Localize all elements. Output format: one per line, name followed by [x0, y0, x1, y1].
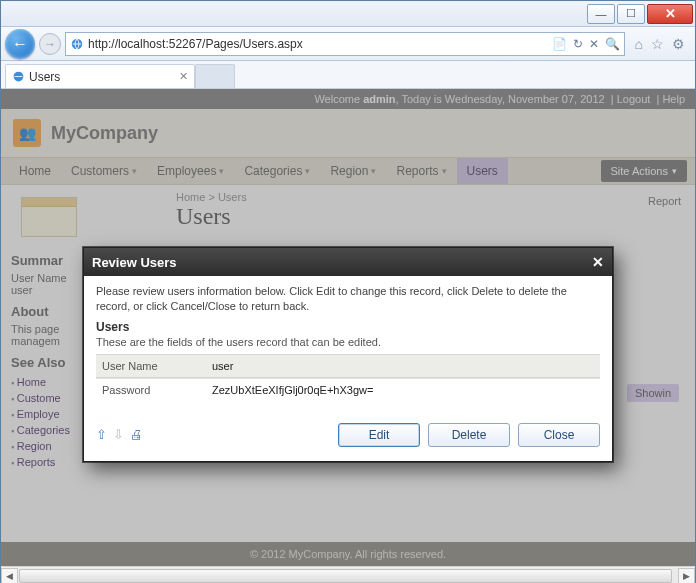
ie-icon — [70, 37, 84, 51]
print-icon[interactable]: 🖨 — [130, 427, 143, 442]
horizontal-scrollbar[interactable]: ◀ ▶ — [1, 566, 695, 583]
home-icon[interactable]: ⌂ — [635, 36, 643, 52]
modal-intro-text: Please review users information below. C… — [96, 284, 600, 314]
browser-navbar: ← → 📄 ↻ ✕ 🔍 ⌂ ☆ ⚙ — [1, 27, 695, 61]
address-bar[interactable]: 📄 ↻ ✕ 🔍 — [65, 32, 625, 56]
stop-icon[interactable]: ✕ — [589, 37, 599, 51]
tools-icon[interactable]: ⚙ — [672, 36, 685, 52]
field-row-password: Password ZezUbXtEeXIfjGlj0r0qE+hX3gw= — [96, 378, 600, 401]
field-row-username: User Name user — [96, 354, 600, 378]
close-button[interactable]: Close — [518, 423, 600, 447]
tab-title: Users — [29, 70, 60, 84]
window-titlebar: — ☐ ✕ — [1, 1, 695, 27]
compat-view-icon[interactable]: 📄 — [552, 37, 567, 51]
url-input[interactable] — [88, 37, 548, 51]
edit-button[interactable]: Edit — [338, 423, 420, 447]
modal-section-sub: These are the fields of the users record… — [96, 336, 600, 348]
window-close-button[interactable]: ✕ — [647, 4, 693, 24]
scroll-track[interactable] — [18, 568, 678, 584]
browser-window: — ☐ ✕ ← → 📄 ↻ ✕ 🔍 ⌂ ☆ ⚙ — [0, 0, 696, 583]
browser-tab[interactable]: Users ✕ — [5, 64, 195, 88]
review-users-modal: Review Users ✕ Please review users infor… — [83, 247, 613, 462]
refresh-icon[interactable]: ↻ — [573, 37, 583, 51]
field-value-username: user — [212, 360, 594, 372]
modal-section-heading: Users — [96, 320, 600, 334]
page-viewport: Welcome admin, Today is Wednesday, Novem… — [1, 89, 695, 566]
address-bar-icons: 📄 ↻ ✕ 🔍 — [552, 37, 620, 51]
scroll-thumb[interactable] — [19, 569, 672, 583]
modal-actions: ⇧ ⇩ 🖨 Edit Delete Close — [84, 413, 612, 461]
toolbar-icons: ⌂ ☆ ⚙ — [629, 36, 691, 52]
field-value-password: ZezUbXtEeXIfjGlj0r0qE+hX3gw= — [212, 384, 594, 396]
scroll-right-icon[interactable]: ▶ — [678, 568, 695, 584]
tab-close-icon[interactable]: ✕ — [179, 70, 188, 83]
browser-tabstrip: Users ✕ — [1, 61, 695, 89]
modal-titlebar: Review Users ✕ — [84, 248, 612, 276]
delete-button[interactable]: Delete — [428, 423, 510, 447]
window-minimize-button[interactable]: — — [587, 4, 615, 24]
modal-body: Please review users information below. C… — [84, 276, 612, 413]
forward-button[interactable]: → — [39, 33, 61, 55]
back-button[interactable]: ← — [5, 29, 35, 59]
modal-close-icon[interactable]: ✕ — [592, 254, 604, 270]
ie-icon — [12, 70, 25, 83]
field-label-password: Password — [102, 384, 212, 396]
prev-record-icon[interactable]: ⇧ — [96, 427, 107, 442]
field-label-username: User Name — [102, 360, 212, 372]
favorites-icon[interactable]: ☆ — [651, 36, 664, 52]
scroll-left-icon[interactable]: ◀ — [1, 568, 18, 584]
modal-title: Review Users — [92, 255, 177, 270]
new-tab-button[interactable] — [195, 64, 235, 88]
search-icon[interactable]: 🔍 — [605, 37, 620, 51]
window-maximize-button[interactable]: ☐ — [617, 4, 645, 24]
next-record-icon[interactable]: ⇩ — [113, 427, 124, 442]
modal-nav-icons: ⇧ ⇩ 🖨 — [96, 427, 143, 442]
